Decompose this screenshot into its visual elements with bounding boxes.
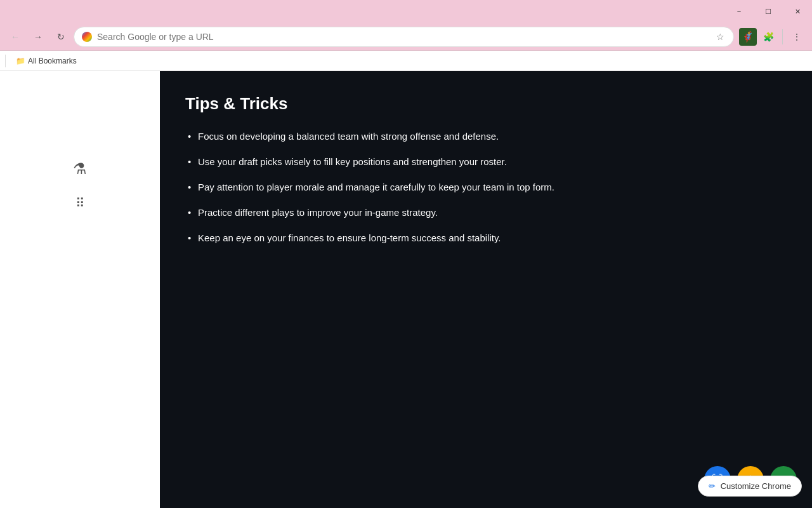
folder-icon: 📁: [16, 57, 25, 65]
list-item: Use your draft picks wisely to fill key …: [185, 154, 787, 170]
address-input[interactable]: [97, 32, 710, 42]
list-item: Practice different plays to improve your…: [185, 205, 787, 220]
toolbar-divider: [782, 29, 783, 44]
lab-icon: ⚗: [73, 160, 87, 178]
center-content: Tips & Tricks Focus on developing a bala…: [160, 71, 812, 508]
chrome-menu-button[interactable]: ⋮: [787, 27, 807, 47]
list-item: Pay attention to player morale and manag…: [185, 180, 787, 195]
bookmark-star-button[interactable]: ☆: [715, 30, 726, 43]
extension-icon-button[interactable]: 🦸: [739, 28, 757, 46]
extensions-button[interactable]: 🧩: [758, 27, 778, 47]
google-logo-icon: [82, 32, 92, 42]
forward-button[interactable]: →: [28, 27, 48, 47]
minimize-button[interactable]: −: [724, 0, 754, 23]
list-item: Focus on developing a balanced team with…: [185, 129, 787, 144]
customize-chrome-button[interactable]: ✏ Customize Chrome: [698, 476, 802, 497]
left-panel: ⚗ ⠿: [0, 71, 160, 508]
window-controls: − ☐ ✕: [724, 0, 812, 23]
bookmarks-divider: [5, 55, 6, 67]
pencil-icon: ✏: [709, 481, 716, 491]
restore-button[interactable]: ☐: [754, 0, 783, 23]
browser-toolbar: ← → ↻ ☆ 🦸 🧩 ⋮: [0, 23, 812, 51]
address-bar[interactable]: ☆: [74, 27, 734, 47]
close-button[interactable]: ✕: [783, 0, 812, 23]
tips-list: Focus on developing a balanced team with…: [185, 129, 787, 246]
apps-grid-icon[interactable]: ⠿: [75, 196, 85, 211]
list-item: Keep an eye on your finances to ensure l…: [185, 231, 787, 246]
bookmarks-bar: 📁 All Bookmarks: [0, 51, 812, 71]
tips-card: Tips & Tricks Focus on developing a bala…: [160, 71, 812, 508]
title-bar: − ☐ ✕: [0, 0, 812, 23]
tips-title: Tips & Tricks: [185, 94, 787, 114]
reload-button[interactable]: ↻: [51, 27, 71, 47]
all-bookmarks-label: All Bookmarks: [28, 57, 77, 65]
main-content: ⚗ ⠿ Tips & Tricks Focus on developing a …: [0, 71, 812, 508]
all-bookmarks-item[interactable]: 📁 All Bookmarks: [11, 55, 82, 67]
back-button[interactable]: ←: [5, 27, 25, 47]
customize-chrome-label: Customize Chrome: [721, 481, 791, 491]
toolbar-right: 🦸 🧩 ⋮: [739, 27, 807, 47]
